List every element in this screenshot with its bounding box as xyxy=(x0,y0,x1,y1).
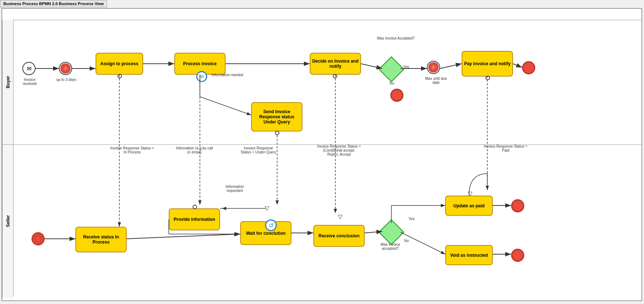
start-event-seller xyxy=(31,232,45,245)
svg-line-11 xyxy=(200,97,251,115)
start-event-invoice: ✉ xyxy=(22,62,36,75)
yes-label-seller: Yes xyxy=(409,217,414,221)
pay-invoice-task[interactable]: Pay invoice and notify xyxy=(462,51,513,77)
svg-line-6 xyxy=(361,64,382,68)
was-invoice-accepted-label: Was invoice Accepted? xyxy=(376,36,416,40)
down-arrow-receive: ▽ xyxy=(338,213,342,220)
information-requested-label: Information requested xyxy=(218,185,251,193)
information-needed-label: Information needed xyxy=(211,73,244,77)
decide-invoice-task[interactable]: Decide on Invoice and notify xyxy=(310,53,361,75)
event-marker-provide-info xyxy=(193,205,197,209)
annotation-information-call: Information (e.g.by call or email) xyxy=(174,146,215,154)
end-event-no-buyer xyxy=(390,89,403,102)
diagram-container: Buyer Seller ✉ Invoice received ⏱ up to … xyxy=(1,8,642,301)
event-marker-assign xyxy=(118,74,122,78)
svg-line-28 xyxy=(401,232,445,254)
no-label-buyer: No xyxy=(390,81,394,85)
receive-status-task[interactable]: Receive status In Process xyxy=(75,227,127,252)
timer-event-due-date: ⏱ xyxy=(427,61,440,74)
end-event-update xyxy=(511,199,524,212)
outer-border-left xyxy=(13,20,14,297)
svg-line-9 xyxy=(513,64,522,67)
provide-information-task[interactable]: Provide information xyxy=(169,208,220,230)
receive-conclusion-task[interactable]: Receive conclusion xyxy=(313,225,365,247)
end-event-buyer-final xyxy=(522,61,535,74)
process-invoice-event-marker: ✉ xyxy=(196,71,207,82)
event-marker-decide xyxy=(333,74,337,78)
yes-label-buyer: Yes xyxy=(403,65,409,69)
annotation-conditional: Invoice Response Status = |Conditional a… xyxy=(317,144,361,156)
event-marker-pay xyxy=(485,76,490,80)
update-as-paid-task[interactable]: Update as paid xyxy=(445,196,493,216)
end-event-void xyxy=(511,249,524,262)
invoice-received-label: Invoice received xyxy=(17,78,42,86)
svg-line-18 xyxy=(127,234,240,239)
buyer-lane-label: Buyer xyxy=(2,20,13,144)
wait-event-marker: ↺ xyxy=(265,219,277,231)
svg-line-8 xyxy=(440,64,462,68)
timer-event: ⏱ xyxy=(59,62,72,75)
was-invoice-accepted-seller-label: Was invoice accepted? xyxy=(376,242,405,251)
title-bar: Business Process BPMN 2.0 Business Proce… xyxy=(0,0,644,7)
annotation-under-query: Invoice Response Status = Under Query xyxy=(238,146,279,154)
void-as-instructed-task[interactable]: Void as instructed xyxy=(445,245,493,265)
seller-lane-label: Seller xyxy=(2,144,13,298)
seller-gateway xyxy=(382,223,401,241)
no-label-seller: No xyxy=(404,239,409,243)
down-arrow-update: ▽ xyxy=(468,190,472,197)
buyer-gateway xyxy=(382,60,401,78)
event-marker-send-invoice xyxy=(275,131,279,135)
max-until-due-date-label: Max until due date xyxy=(421,77,451,85)
up-to-label: up to 3 days xyxy=(53,78,79,82)
annotation-paid: Invoice Response Status = Paid xyxy=(482,144,529,152)
down-arrow-wait: ▽ xyxy=(265,205,269,212)
send-invoice-response-task[interactable]: Send Invoice Response status Under Query xyxy=(251,102,302,131)
assign-to-process-task[interactable]: Assign to process xyxy=(96,53,143,75)
outer-border-top xyxy=(13,20,641,20)
annotation-in-process: Invoice Response Status = In Process xyxy=(110,146,154,154)
